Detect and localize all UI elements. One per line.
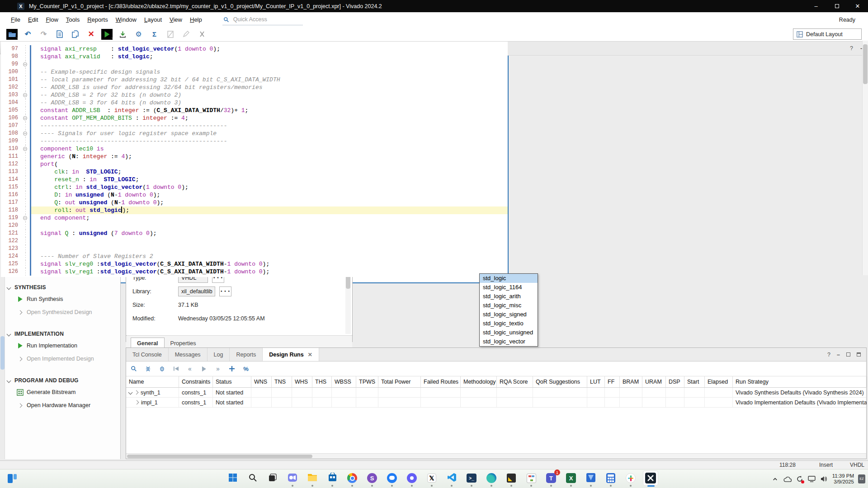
taskbar-search[interactable] — [245, 470, 260, 486]
taskbar-edge[interactable] — [484, 470, 499, 486]
percent-icon[interactable]: % — [242, 365, 250, 373]
copy-button[interactable] — [70, 29, 81, 40]
column-header-ff[interactable]: FF — [605, 376, 620, 387]
export-button[interactable] — [117, 29, 128, 40]
code-line-98[interactable]: 98signal axi_rvalid : std_logic; — [1, 53, 508, 61]
code-line-117[interactable]: 117 Q: out unsigned (N-1 downto 0); — [1, 199, 508, 206]
taskbar-start[interactable] — [225, 470, 241, 486]
column-header-wbss[interactable]: WBSS — [332, 376, 356, 387]
tab-design-runs[interactable]: Design Runs✕ — [263, 348, 319, 361]
flow-section-synthesis[interactable]: SYNTHESIS — [5, 282, 118, 293]
taskbar-microsoft-store[interactable] — [325, 470, 340, 486]
code-line-115[interactable]: 115 ctrl: in std_logic_vector(1 downto 0… — [1, 183, 508, 191]
code-line-118[interactable]: 118 roll: out std_logic); — [1, 206, 508, 214]
new-doc-button[interactable] — [54, 29, 65, 40]
minimize-icon[interactable]: – — [837, 352, 840, 358]
run-play-button[interactable] — [101, 29, 113, 40]
code-line-102[interactable]: 102-- ADDR_LSB is used for addressing 32… — [1, 84, 508, 91]
menu-view[interactable]: View — [170, 16, 182, 23]
code-line-121[interactable]: 121signal Q : unsigned (7 downto 0); — [1, 230, 508, 237]
code-line-123[interactable]: 123 — [1, 245, 508, 253]
window-close-button[interactable]: ✕ — [847, 0, 868, 12]
code-line-125[interactable]: 125signal slv_reg0 :std_logic_vector(C_S… — [1, 260, 508, 268]
widgets-icon[interactable] — [6, 473, 19, 485]
fold-marker-icon[interactable] — [23, 62, 27, 66]
column-header-lut[interactable]: LUT — [587, 376, 605, 387]
code-line-122[interactable]: 122 — [1, 237, 508, 245]
flow-item-run-synthesis[interactable]: Run Synthesis — [5, 293, 118, 305]
quick-access-search[interactable]: Quick Access — [222, 14, 303, 25]
taskbar-vivado[interactable] — [643, 470, 658, 486]
search-icon[interactable] — [130, 365, 138, 373]
menu-flow[interactable]: Flow — [46, 16, 58, 23]
taskbar-slack[interactable] — [623, 470, 638, 486]
column-header-dsp[interactable]: DSP — [666, 376, 684, 387]
taskbar-diagram-tool[interactable] — [524, 470, 539, 486]
column-header-uram[interactable]: URAM — [642, 376, 666, 387]
code-line-104[interactable]: 104-- ADDR_LSB = 3 for 64 bits (n downto… — [1, 99, 508, 107]
column-header-methodology[interactable]: Methodology — [461, 376, 497, 387]
column-header-qor-suggestions[interactable]: QoR Suggestions — [533, 376, 587, 387]
code-line-114[interactable]: 114 reset_n : in STD_LOGIC; — [1, 176, 508, 183]
column-header-name[interactable]: Name — [126, 376, 179, 387]
fold-marker-icon[interactable] — [23, 116, 27, 120]
code-line-113[interactable]: 113 clk: in STD_LOGIC; — [1, 168, 508, 176]
help-icon[interactable]: ? — [850, 45, 853, 52]
ghost-pen-button[interactable] — [180, 29, 192, 40]
autocomplete-item[interactable]: std_logic_arith — [480, 292, 538, 301]
column-header-status[interactable]: Status — [213, 376, 251, 387]
code-line-112[interactable]: 112port( — [1, 160, 508, 168]
code-line-106[interactable]: 106constant OPT_MEM_ADDR_BITS : integer … — [1, 114, 508, 122]
float-icon[interactable] — [857, 352, 861, 357]
autocomplete-item[interactable]: std_logic_misc — [480, 301, 538, 310]
settings-gear-button[interactable]: ⚙ — [133, 29, 144, 40]
fold-marker-icon[interactable] — [23, 147, 27, 151]
column-header-whs[interactable]: WHS — [292, 376, 312, 387]
menu-edit[interactable]: Edit — [28, 16, 38, 23]
tab-log[interactable]: Log — [208, 348, 230, 361]
taskbar-skype[interactable]: S — [364, 470, 380, 486]
menu-help[interactable]: Help — [190, 16, 202, 23]
window-minimize-button[interactable]: – — [806, 0, 826, 12]
column-header-tns[interactable]: TNS — [272, 376, 292, 387]
tab-messages[interactable]: Messages — [169, 348, 208, 361]
column-header-failed-routes[interactable]: Failed Routes — [421, 376, 461, 387]
code-line-107[interactable]: 107-------------------------------------… — [1, 122, 508, 130]
tab-tcl-console[interactable]: Tcl Console — [126, 348, 169, 361]
chevron-up-icon[interactable] — [771, 475, 779, 483]
column-header-tpws[interactable]: TPWS — [356, 376, 378, 387]
fold-marker-icon[interactable] — [23, 131, 27, 136]
autocomplete-item[interactable]: std_logic_1164 — [480, 283, 538, 292]
autocomplete-item[interactable]: std_logic — [480, 274, 538, 283]
skip-start-icon[interactable] — [172, 365, 180, 373]
expand-icon[interactable] — [158, 365, 166, 373]
design-run-row[interactable]: impl_1constrs_1Not startedVivado Impleme… — [126, 398, 866, 408]
column-header-constraints[interactable]: Constraints — [179, 376, 213, 387]
taskbar-file-explorer[interactable] — [305, 470, 320, 486]
code-line-99[interactable]: 99 — [1, 61, 508, 68]
taskbar-excel[interactable]: X — [563, 470, 579, 486]
bottom-hscrollbar[interactable] — [126, 453, 866, 459]
code-line-103[interactable]: 103-- ADDR_LSB = 2 for 32 bits (n downto… — [1, 91, 508, 99]
chevron-right-icon[interactable] — [134, 390, 139, 395]
delete-x-button[interactable]: ✕ — [85, 29, 97, 40]
taskbar-chrome[interactable] — [344, 470, 360, 486]
code-line-108[interactable]: 108---- Signals for user logic register … — [1, 130, 508, 137]
chevron-right-icon[interactable] — [135, 400, 139, 405]
taskbar-clock[interactable]: 11:39 PM 3/9/2025 — [832, 473, 854, 485]
tab-reports[interactable]: Reports — [230, 348, 263, 361]
flow-item-run-implementation[interactable]: Run Implementation — [5, 340, 118, 352]
cast-display-icon[interactable] — [808, 475, 816, 483]
flow-item-open-implemented-design[interactable]: Open Implemented Design — [5, 353, 118, 365]
taskbar-x-app[interactable]: 𝕏 — [424, 470, 439, 486]
taskbar-loom[interactable] — [404, 470, 420, 486]
play-gray-icon[interactable] — [200, 365, 208, 373]
column-header-start[interactable]: Start — [684, 376, 705, 387]
taskbar-teams[interactable]: T1 — [543, 470, 559, 486]
code-line-126[interactable]: 126signal slv_reg1 :std_logic_vector(C_S… — [1, 268, 508, 276]
autocomplete-item[interactable]: std_logic_signed — [480, 310, 538, 319]
close-tab-icon[interactable]: ✕ — [308, 352, 312, 358]
flow-item-generate-bitstream[interactable]: Generate Bitstream — [5, 386, 118, 398]
property-input[interactable]: xil_defaultlib — [178, 286, 215, 296]
column-header-wns[interactable]: WNS — [251, 376, 272, 387]
